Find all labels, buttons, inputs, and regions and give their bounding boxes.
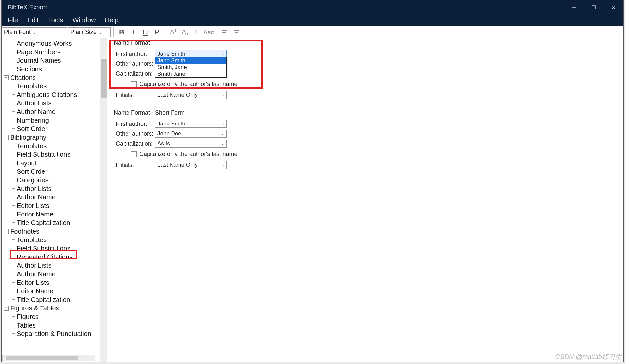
tree-leaf[interactable]: Tables <box>2 321 95 330</box>
tree-parent-citations[interactable]: Citations <box>2 73 95 82</box>
smallcaps-button[interactable]: Aʙᴄ <box>203 26 215 38</box>
capitalize-checkbox-row[interactable]: Capitalize only the author's last name <box>131 81 616 88</box>
subscript-button[interactable]: A1 <box>179 26 191 38</box>
sidebar-hscrollbar[interactable] <box>2 355 95 361</box>
scrollbar-thumb[interactable] <box>6 356 78 360</box>
tree-leaf[interactable]: Sort Order <box>2 167 95 176</box>
tree-leaf[interactable]: Separation & Punctuation <box>2 330 95 338</box>
tree-leaf[interactable]: Title Capitalization <box>2 218 95 227</box>
underline-button[interactable]: U <box>139 26 151 38</box>
capitalize-checkbox-label-short: Capitalize only the author's last name <box>139 151 238 158</box>
tree-leaf[interactable]: Numbering <box>2 116 95 125</box>
align-center-button[interactable] <box>231 26 243 38</box>
dropdown-option[interactable]: Jane Smith <box>155 57 226 64</box>
dropdown-option[interactable]: Smith Jane <box>155 71 226 77</box>
toolbar-separator <box>217 27 217 37</box>
tree-leaf[interactable]: Categories <box>2 176 95 184</box>
tree-leaf[interactable]: Sort Order <box>2 125 95 133</box>
tree-leaf[interactable]: Editor Lists <box>2 201 95 210</box>
other-authors-select-short[interactable]: John Doe ⌄ <box>155 130 227 138</box>
tree-leaf[interactable]: Templates <box>2 236 95 244</box>
tree-leaf[interactable]: Author Lists <box>2 261 95 270</box>
capitalization-select-short[interactable]: As Is ⌄ <box>155 140 227 148</box>
first-author-value: Jane Smith <box>157 51 185 57</box>
tree-leaf[interactable]: Editor Name <box>2 287 95 295</box>
tree-parent-footnotes[interactable]: Footnotes <box>2 227 95 236</box>
tree-leaf[interactable]: Author Lists <box>2 99 95 107</box>
sigma-button[interactable]: Σ <box>191 26 203 38</box>
first-author-label: First author: <box>116 51 155 57</box>
tree-leaf[interactable]: Figures <box>2 312 95 321</box>
form-area: Name Format First author: Jane Smith ⌄ J… <box>110 38 621 362</box>
other-authors-label: Other authors: <box>116 130 155 137</box>
tree-parent-figures-tables[interactable]: Figures & Tables <box>2 304 95 312</box>
minimize-button[interactable] <box>564 0 584 14</box>
capitalization-label: Capitalization: <box>116 140 155 147</box>
initials-label: Initials: <box>116 92 155 99</box>
close-button[interactable] <box>604 0 623 14</box>
menu-window[interactable]: Window <box>68 14 100 26</box>
tree-leaf[interactable]: Author Name <box>2 107 95 116</box>
maximize-button[interactable] <box>584 0 604 14</box>
window-title: BibTeX Export <box>8 4 47 11</box>
chevron-down-icon: ⌄ <box>99 30 102 34</box>
font-combo-value: Plain Font <box>4 29 31 35</box>
body-area: Anonymous Works Page Numbers Journal Nam… <box>2 38 623 362</box>
tree-leaf[interactable]: Repeated Citations <box>2 253 95 261</box>
tree-leaf-author-name-selected[interactable]: Author Name <box>2 270 95 278</box>
tree-leaf[interactable]: Layout <box>2 159 95 167</box>
initials-label: Initials: <box>116 162 155 169</box>
dropdown-option[interactable]: Smith, Jane <box>155 64 226 71</box>
tree-leaf[interactable]: Field Substitutions <box>2 244 95 253</box>
group-name-format: Name Format First author: Jane Smith ⌄ J… <box>110 43 621 107</box>
scrollbar-thumb[interactable] <box>101 59 107 98</box>
checkbox-icon[interactable] <box>131 151 137 157</box>
watermark: CSDN @matlab练习生 <box>555 353 622 361</box>
first-author-dropdown: Jane Smith Smith, Jane Smith Jane <box>155 57 227 78</box>
initials-value: Last Name Only <box>157 92 197 98</box>
menu-tools[interactable]: Tools <box>43 14 68 26</box>
align-left-button[interactable] <box>219 26 231 38</box>
initials-value-short: Last Name Only <box>157 162 197 168</box>
tree-leaf[interactable]: Editor Name <box>2 210 95 218</box>
tree-leaf-anonymous-works[interactable]: Anonymous Works <box>2 39 95 48</box>
size-combo[interactable]: Plain Size ⌄ <box>68 27 111 37</box>
menu-edit[interactable]: Edit <box>23 14 43 26</box>
tree-parent-bibliography[interactable]: Bibliography <box>2 133 95 142</box>
first-author-select[interactable]: Jane Smith ⌄ <box>155 50 227 58</box>
other-authors-value-short: John Doe <box>157 130 181 137</box>
group-name-format-short: Name Format - Short Form First author: J… <box>110 113 621 177</box>
title-bar: BibTeX Export <box>2 0 623 14</box>
tree-leaf[interactable]: Ambiguous Citations <box>2 90 95 99</box>
font-combo[interactable]: Plain Font ⌄ <box>2 27 67 37</box>
italic-button[interactable]: I <box>127 26 139 38</box>
align-center-icon <box>234 30 240 35</box>
capitalization-value-short: As Is <box>157 140 170 147</box>
tree-leaf[interactable]: Templates <box>2 142 95 150</box>
tree-leaf[interactable]: Author Name <box>2 193 95 201</box>
app-window: BibTeX Export File Edit Tools Window Hel… <box>1 0 624 362</box>
bold-button[interactable]: B <box>116 26 127 38</box>
capitalize-checkbox-row-short[interactable]: Capitalize only the author's last name <box>131 151 616 158</box>
tree-leaf[interactable]: Templates <box>2 82 95 90</box>
initials-select[interactable]: Last Name Only ⌄ <box>155 91 227 99</box>
initials-select-short[interactable]: Last Name Only ⌄ <box>155 161 227 169</box>
tree-leaf[interactable]: Title Capitalization <box>2 295 95 304</box>
tree-leaf[interactable]: Author Lists <box>2 184 95 193</box>
tree-leaf[interactable]: Field Substitutions <box>2 150 95 159</box>
tree-leaf[interactable]: Editor Lists <box>2 278 95 287</box>
capitalize-checkbox-label: Capitalize only the author's last name <box>139 81 238 88</box>
chevron-down-icon: ⌄ <box>221 52 224 56</box>
first-author-select-short[interactable]: Jane Smith ⌄ <box>155 120 227 128</box>
tree-leaf-journal-names[interactable]: Journal Names <box>2 56 95 65</box>
main-vscrollbar[interactable] <box>100 38 107 362</box>
checkbox-icon[interactable] <box>131 81 137 87</box>
menu-help[interactable]: Help <box>101 14 123 26</box>
menu-file[interactable]: File <box>3 14 23 26</box>
chevron-down-icon: ⌄ <box>221 122 224 126</box>
size-combo-value: Plain Size <box>70 29 97 35</box>
tree-leaf-page-numbers[interactable]: Page Numbers <box>2 48 95 56</box>
superscript-button[interactable]: A1 <box>167 26 179 38</box>
p-button[interactable]: P <box>151 26 163 38</box>
tree-leaf-sections[interactable]: Sections <box>2 65 95 73</box>
